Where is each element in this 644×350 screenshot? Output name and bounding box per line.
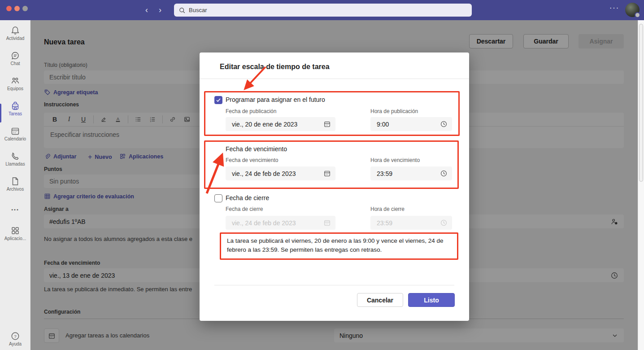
plus-icon: + xyxy=(88,153,92,161)
settings-label: Configuración xyxy=(44,309,80,315)
schedule-checkbox[interactable] xyxy=(214,96,222,104)
calendar-setting-dropdown[interactable]: Ninguno xyxy=(334,328,624,342)
svg-text:A: A xyxy=(117,117,119,121)
calendar-icon[interactable] xyxy=(323,120,331,128)
sidebar-item-label: Ayuda xyxy=(0,341,30,346)
publish-time-input[interactable]: 9:00 xyxy=(370,117,452,131)
forward-button[interactable]: › xyxy=(155,5,165,15)
sidebar-item-label: Archivos xyxy=(0,187,30,192)
sidebar-item-llamadas[interactable]: Llamadas xyxy=(0,151,30,166)
sidebar-item-aplicaciones[interactable]: Aplicacio... xyxy=(0,226,30,241)
page-title: Nueva tarea xyxy=(44,38,85,46)
search-placeholder: Buscar xyxy=(189,7,207,13)
clock-icon xyxy=(440,219,448,227)
image-icon[interactable] xyxy=(181,114,193,125)
sidebar-item-label: Chat xyxy=(0,61,30,66)
due-time-input[interactable]: 23:59 xyxy=(370,166,452,180)
calendar-setting-icon-button[interactable] xyxy=(44,328,59,343)
clock-icon[interactable] xyxy=(440,120,448,128)
sidebar-item-ayuda[interactable]: ? Ayuda xyxy=(0,331,30,346)
due-date-input[interactable]: vie., 24 de feb de 2023 xyxy=(226,166,335,180)
window-zoom-button[interactable] xyxy=(22,6,28,11)
save-button[interactable]: Guardar xyxy=(523,34,569,48)
italic-button[interactable]: I xyxy=(63,114,75,125)
more-options-button[interactable]: ··· xyxy=(609,4,619,12)
window-close-button[interactable] xyxy=(6,6,12,11)
rubric-grid-icon xyxy=(44,193,51,200)
font-color-icon[interactable]: A xyxy=(112,114,124,125)
due-section-heading: Fecha de vencimiento xyxy=(226,145,287,153)
apps-grid-icon xyxy=(0,226,30,236)
clock-icon[interactable] xyxy=(440,170,448,177)
due-date-label: Fecha de vencimiento xyxy=(44,260,100,266)
discard-button[interactable]: Descartar xyxy=(469,34,513,48)
file-icon xyxy=(0,176,30,186)
points-label: Puntos xyxy=(44,166,62,172)
sidebar-item-label: Calendario xyxy=(0,136,30,141)
backpack-icon xyxy=(0,101,30,111)
timeline-summary: La tarea se publicará el viernes, 20 de … xyxy=(227,236,448,254)
attach-button[interactable]: Adjuntar xyxy=(44,153,76,160)
assign-people-icon[interactable] xyxy=(610,218,618,226)
phone-icon xyxy=(0,151,30,161)
sidebar-item-label: Llamadas xyxy=(0,162,30,166)
sidebar-item-tareas[interactable]: Tareas xyxy=(0,101,30,116)
title-bar: ‹ › Buscar ··· xyxy=(0,0,644,20)
bold-button[interactable]: B xyxy=(48,114,61,125)
scrollbar-thumb[interactable] xyxy=(639,24,643,182)
close-date-label: Fecha de cierre xyxy=(226,206,263,212)
teams-window: ‹ › Buscar ··· Actividad Chat Equipos xyxy=(0,0,644,350)
assign-to-label: Asignar a xyxy=(44,206,69,212)
avatar[interactable] xyxy=(625,3,640,17)
close-checkbox-label: Fecha de cierre xyxy=(226,194,269,201)
calendar-setting-label: Agregar tareas a los calendarios xyxy=(65,332,149,339)
sidebar-item-actividad[interactable]: Actividad xyxy=(0,26,30,41)
search-icon xyxy=(178,7,186,14)
vertical-scrollbar[interactable] xyxy=(638,20,644,350)
dialog-footer-divider xyxy=(214,285,454,285)
underline-button[interactable]: U xyxy=(77,114,90,125)
highlighter-icon[interactable] xyxy=(97,114,110,125)
assign-note: No asignar a todos los alumnos agregados… xyxy=(44,236,192,242)
numbered-list-icon[interactable]: 123 xyxy=(146,114,159,125)
dialog-title: Editar escala de tiempo de tarea xyxy=(220,63,330,71)
bullet-list-icon[interactable] xyxy=(132,114,144,125)
sidebar-item-chat[interactable]: Chat xyxy=(0,51,30,66)
calendar-icon[interactable] xyxy=(323,170,331,177)
title-field-label: Título (obligatorio) xyxy=(44,62,87,68)
edit-timeline-dialog: Editar escala de tiempo de tarea Program… xyxy=(200,52,469,321)
due-note: La tarea se publicará de inmediato. Se p… xyxy=(44,286,192,293)
cancel-button[interactable]: Cancelar xyxy=(357,293,403,307)
window-minimize-button[interactable] xyxy=(14,6,20,11)
new-button[interactable]: + Nuevo xyxy=(88,153,112,161)
link-icon[interactable] xyxy=(166,114,179,125)
add-rubric-button[interactable]: Agregar criterio de evaluación xyxy=(44,193,134,200)
apps-grid-icon xyxy=(119,153,126,160)
publish-date-input[interactable]: vie., 20 de ene de 2023 xyxy=(226,117,335,131)
sidebar-item-label: Tareas xyxy=(0,111,30,116)
close-date-checkbox[interactable] xyxy=(214,194,222,202)
instructions-placeholder: Especificar instrucciones xyxy=(50,131,119,138)
apps-button[interactable]: Aplicaciones xyxy=(119,153,163,160)
calendar-icon xyxy=(0,126,30,136)
check-icon xyxy=(216,97,221,103)
clock-icon[interactable] xyxy=(610,271,618,280)
search-input[interactable]: Buscar xyxy=(174,4,472,17)
publish-time-label: Hora de publicación xyxy=(370,108,418,114)
close-time-label: Hora de cierre xyxy=(370,206,405,212)
add-tag-button[interactable]: Agregar etiqueta xyxy=(44,89,98,96)
sidebar-more-button[interactable]: ••• xyxy=(0,207,30,212)
app-rail: Actividad Chat Equipos Tareas Calendario… xyxy=(0,20,30,350)
sidebar-item-equipos[interactable]: Equipos xyxy=(0,76,30,91)
paperclip-icon xyxy=(44,153,51,160)
sidebar-item-calendario[interactable]: Calendario xyxy=(0,126,30,141)
back-button[interactable]: ‹ xyxy=(142,5,152,15)
people-icon xyxy=(0,76,30,86)
sidebar-item-archivos[interactable]: Archivos xyxy=(0,176,30,192)
chat-icon xyxy=(0,51,30,61)
sidebar-item-label: Actividad xyxy=(0,36,30,41)
assign-button[interactable]: Asignar xyxy=(579,34,624,48)
svg-text:?: ? xyxy=(14,334,17,339)
done-button[interactable]: Listo xyxy=(408,293,455,307)
publish-date-label: Fecha de publicación xyxy=(226,108,276,114)
